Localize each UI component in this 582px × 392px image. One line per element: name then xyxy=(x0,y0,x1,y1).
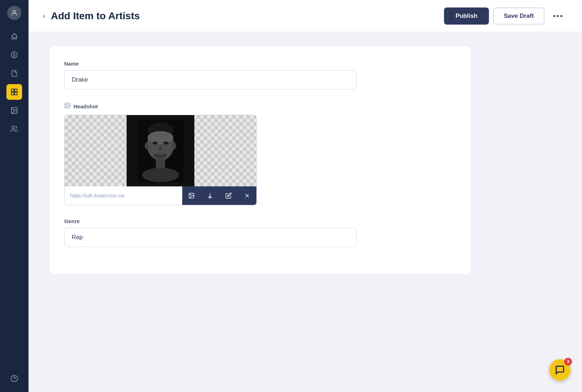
sidebar-item-home[interactable] xyxy=(6,29,22,44)
save-draft-button[interactable]: Save Draft xyxy=(493,7,545,25)
svg-point-11 xyxy=(66,104,67,105)
image-photo xyxy=(127,115,194,186)
sidebar-item-pages[interactable] xyxy=(6,66,22,81)
publish-button[interactable]: Publish xyxy=(444,7,489,25)
genre-input[interactable] xyxy=(64,228,357,247)
form-section: Name Headshot xyxy=(50,46,471,274)
svg-rect-5 xyxy=(15,92,17,95)
name-input[interactable] xyxy=(64,70,357,89)
svg-point-25 xyxy=(163,141,168,144)
svg-point-28 xyxy=(190,194,191,195)
image-upload-button[interactable] xyxy=(182,186,201,205)
headshot-field-group: Headshot xyxy=(64,102,456,205)
genre-label: Genre xyxy=(64,218,456,224)
chat-widget[interactable]: 3 xyxy=(549,359,571,381)
svg-point-23 xyxy=(148,131,173,144)
svg-point-24 xyxy=(153,141,158,144)
svg-point-18 xyxy=(159,146,162,151)
image-url-text: https://cdn.buttercms.cor xyxy=(65,186,182,205)
header-right: Publish Save Draft ••• xyxy=(444,7,568,25)
svg-point-26 xyxy=(156,152,165,155)
back-button[interactable]: ‹ xyxy=(43,12,45,20)
avatar[interactable] xyxy=(7,6,21,20)
name-label: Name xyxy=(64,61,456,67)
svg-rect-3 xyxy=(15,89,17,92)
page-header: ‹ Add Item to Artists Publish Save Draft… xyxy=(29,0,582,32)
image-remove-button[interactable] xyxy=(238,186,256,205)
form-content: Name Headshot xyxy=(29,32,582,392)
svg-point-21 xyxy=(172,142,176,149)
genre-field-group: Genre xyxy=(64,218,456,247)
more-options-button[interactable]: ••• xyxy=(549,9,568,24)
name-field-group: Name xyxy=(64,61,456,89)
header-left: ‹ Add Item to Artists xyxy=(43,10,140,22)
headshot-label-row: Headshot xyxy=(64,102,456,110)
svg-rect-2 xyxy=(11,89,14,92)
image-upload-container: https://cdn.buttercms.cor xyxy=(64,115,257,205)
image-edit-button[interactable] xyxy=(219,186,238,205)
sidebar-item-collections[interactable] xyxy=(6,84,22,100)
svg-point-15 xyxy=(142,168,179,182)
image-preview-area xyxy=(65,115,256,186)
svg-point-8 xyxy=(12,126,15,129)
sidebar xyxy=(0,0,29,392)
image-icon xyxy=(64,102,71,110)
svg-point-20 xyxy=(145,142,149,149)
sidebar-item-media[interactable] xyxy=(6,103,22,118)
image-url-bar: https://cdn.buttercms.cor xyxy=(65,186,256,205)
main-content: ‹ Add Item to Artists Publish Save Draft… xyxy=(29,0,582,392)
svg-point-7 xyxy=(12,109,14,110)
image-download-button[interactable] xyxy=(201,186,219,205)
headshot-label: Headshot xyxy=(73,103,98,109)
svg-rect-4 xyxy=(11,92,14,95)
svg-point-0 xyxy=(13,10,15,13)
image-action-buttons xyxy=(182,186,256,205)
sidebar-item-blog[interactable] xyxy=(6,47,22,63)
page-title: Add Item to Artists xyxy=(51,10,140,22)
chat-badge: 3 xyxy=(564,358,572,366)
sidebar-item-users[interactable] xyxy=(6,121,22,137)
sidebar-item-help[interactable] xyxy=(6,371,22,386)
drake-face-image xyxy=(127,115,194,186)
